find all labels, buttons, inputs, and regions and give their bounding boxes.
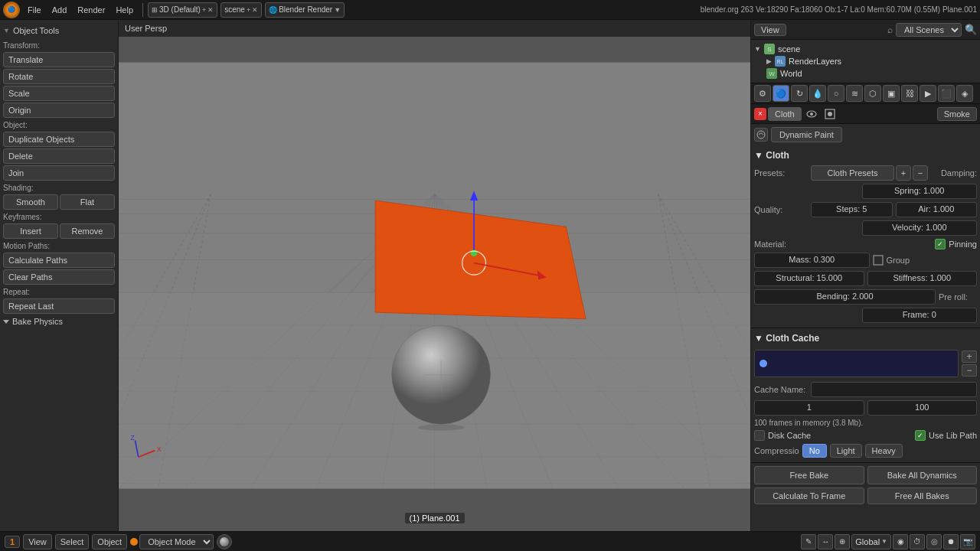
menu-file[interactable]: File [23, 4, 46, 16]
menu-render[interactable]: Render [73, 4, 109, 16]
cache-name-input[interactable] [770, 359, 953, 368]
use-lib-path-checkbox[interactable]: ✓ [915, 430, 926, 441]
cloth-tab[interactable]: Cloth [768, 107, 802, 121]
physics-icon-particles[interactable]: ⚙ [754, 85, 771, 102]
cloth-section-header[interactable]: ▼ Cloth [754, 148, 977, 164]
free-bake-btn[interactable]: Free Bake [754, 466, 864, 484]
svg-point-41 [418, 424, 464, 431]
timeline-icon[interactable]: ⏱ [910, 534, 925, 549]
physics-icon-toolbar: ⚙ 🔵 ↻ 💧 ○ ≋ ⬡ ▣ ⛓ ▶ ⬛ ◈ [751, 83, 980, 104]
cloth-eye-icon[interactable] [803, 106, 820, 122]
proportional-icon[interactable]: ◉ [893, 534, 908, 549]
physics-icon-fluid[interactable]: 💧 [809, 85, 826, 102]
remove-btn[interactable]: Remove [60, 223, 115, 239]
insert-btn[interactable]: Insert [3, 223, 58, 239]
renderer-section[interactable]: 🌐 Blender Render ▼ [265, 2, 345, 18]
compress-light-btn[interactable]: Light [830, 444, 862, 458]
join-btn[interactable]: Join [3, 165, 115, 181]
all-scenes-dropdown[interactable]: All Scenes [896, 23, 962, 37]
layout-section[interactable]: ⊞ 3D (Default) + ✕ [148, 2, 217, 18]
cloth-render-icon[interactable] [822, 106, 838, 122]
physics-icon-force[interactable]: ↻ [791, 85, 808, 102]
mode-select[interactable]: Object Mode [139, 534, 214, 549]
pinning-checkbox[interactable]: ✓ [935, 239, 946, 249]
frame-input[interactable]: Frame: 0 [862, 308, 978, 323]
cache-plus-btn[interactable]: + [962, 350, 977, 363]
end-input[interactable]: 100 [867, 400, 978, 416]
air-input[interactable]: Air: 1.000 [896, 202, 978, 217]
start-input[interactable]: 1 [754, 400, 864, 416]
physics-icon-soft[interactable]: ○ [828, 85, 844, 102]
frame-number[interactable]: 1 [5, 536, 20, 548]
clear-paths-btn[interactable]: Clear Paths [3, 269, 115, 285]
smooth-btn[interactable]: Smooth [3, 194, 58, 210]
mass-input[interactable]: Mass: 0.300 [754, 253, 870, 268]
physics-icon-cloth[interactable]: 🔵 [773, 85, 789, 102]
bake-section-title[interactable]: Bake Physics [3, 315, 115, 328]
view-menu-btn[interactable]: View [23, 534, 52, 549]
dynamic-paint-btn[interactable]: Dynamic Paint [771, 127, 842, 142]
velocity-input[interactable]: Velocity: 1.000 [862, 220, 978, 236]
transform-icon[interactable]: ↔ [818, 534, 833, 549]
scene-tree-item-scene[interactable]: ▼ S scene [754, 43, 977, 55]
rotate-btn[interactable]: Rotate [3, 69, 115, 84]
dynamic-paint-icon[interactable] [754, 128, 768, 142]
global-dropdown[interactable]: Global ▼ [851, 534, 891, 549]
calculate-paths-btn[interactable]: Calculate Paths [3, 253, 115, 268]
disk-cache-checkbox[interactable] [754, 430, 765, 441]
physics-icon-rigid[interactable]: ▣ [883, 85, 900, 102]
snap-icon[interactable]: ⊕ [835, 534, 850, 549]
cloth-cache-header[interactable]: ▼ Cloth Cache [754, 331, 977, 347]
origin-btn[interactable]: Origin [3, 103, 115, 118]
physics-icon-extra2[interactable]: ◈ [956, 85, 973, 102]
select-menu-btn[interactable]: Select [55, 534, 90, 549]
view-btn[interactable]: View [754, 24, 786, 36]
bake-all-dynamics-btn[interactable]: Bake All Dynamics [867, 466, 978, 484]
menu-add[interactable]: Add [47, 4, 72, 16]
cache-minus-btn[interactable]: − [962, 364, 977, 377]
calculate-to-frame-btn[interactable]: Calculate To Frame [754, 487, 864, 504]
physics-disable-btn[interactable]: × [754, 108, 766, 120]
world-item[interactable]: W World [754, 67, 977, 80]
viewport[interactable]: User Persp [119, 20, 750, 531]
compress-no-btn[interactable]: No [802, 444, 827, 458]
duplicate-btn[interactable]: Duplicate Objects [3, 132, 115, 147]
onion-icon[interactable]: ◎ [926, 534, 942, 549]
physics-icon-extra1[interactable]: ⬛ [938, 85, 955, 102]
bending-input[interactable]: Bending: 2.000 [754, 289, 936, 305]
object-menu-btn[interactable]: Object [92, 534, 127, 549]
presets-plus-btn[interactable]: + [896, 165, 911, 181]
repeat-last-btn[interactable]: Repeat Last [3, 298, 115, 314]
spring-input[interactable]: Spring: 1.000 [862, 184, 978, 199]
calc-btn-row: Calculate To Frame Free All Bakes [751, 487, 980, 507]
record-icon[interactable]: ⏺ [943, 534, 959, 549]
stiffness-input[interactable]: Stiffness: 1.000 [867, 271, 978, 286]
render-layers-item[interactable]: ▶ RL RenderLayers [754, 55, 977, 67]
delete-btn[interactable]: Delete [3, 148, 115, 164]
scale-btn[interactable]: Scale [3, 86, 115, 101]
steps-input[interactable]: Steps: 5 [811, 202, 893, 217]
flat-btn[interactable]: Flat [60, 194, 115, 210]
camera-icon[interactable]: 📷 [960, 534, 975, 549]
compress-heavy-btn[interactable]: Heavy [865, 444, 903, 458]
physics-icon-actuator[interactable]: ▶ [920, 85, 936, 102]
cloth-cache-title: ▼ Cloth Cache [754, 333, 819, 344]
physics-icon-collision[interactable]: ⬡ [864, 85, 881, 102]
translate-btn[interactable]: Translate [3, 52, 115, 67]
structural-input[interactable]: Structural: 15.000 [754, 271, 864, 286]
scene-section[interactable]: scene + ✕ [220, 2, 262, 18]
disk-cache-label: Disk Cache [754, 430, 811, 441]
physics-icon-smoke[interactable]: ≋ [846, 85, 863, 102]
smoke-tab[interactable]: Smoke [937, 107, 977, 121]
cloth-presets-btn[interactable]: Cloth Presets [811, 165, 894, 181]
presets-minus-btn[interactable]: − [913, 165, 928, 181]
shading-solid-btn[interactable] [217, 534, 232, 549]
menu-help[interactable]: Help [111, 4, 138, 16]
physics-icon-constraint[interactable]: ⛓ [901, 85, 918, 102]
pre-roll-label: Pre roll: [939, 292, 977, 302]
cache-name-field[interactable] [811, 382, 977, 397]
viewport-draw-icon[interactable]: ✎ [801, 534, 816, 549]
search-icon[interactable]: ⌕ [887, 24, 893, 35]
free-all-bakes-btn[interactable]: Free All Bakes [867, 487, 978, 504]
magnify-icon[interactable]: 🔍 [965, 24, 977, 35]
